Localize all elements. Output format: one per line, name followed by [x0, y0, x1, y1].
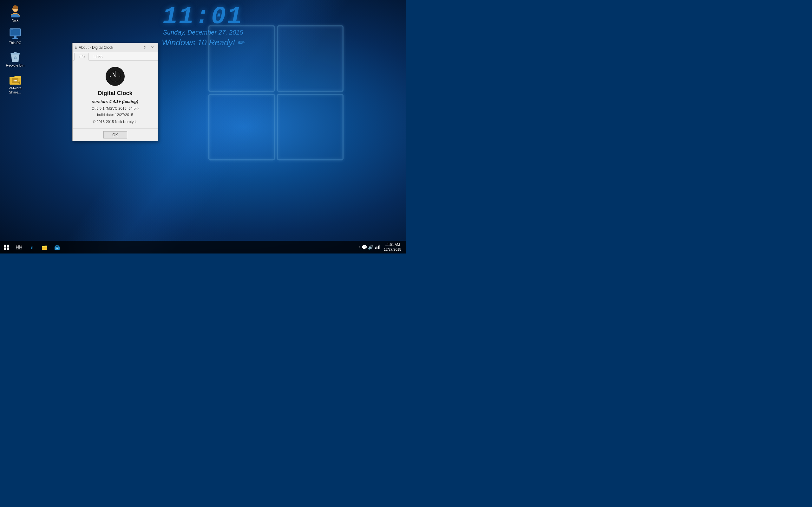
svg-rect-13	[13, 7, 18, 9]
svg-rect-21	[14, 52, 17, 54]
dialog-title-text: About - Digital Clock	[79, 45, 140, 50]
svg-text:e: e	[31, 245, 33, 250]
notification-icon[interactable]: 💬	[362, 245, 367, 250]
svg-rect-39	[7, 247, 9, 250]
svg-rect-7	[277, 95, 343, 160]
dialog-info-icon: ℹ	[75, 45, 77, 50]
recycle-bin-label: Recycle Bin	[6, 63, 24, 67]
build-date: build date: 12/27/2015	[97, 113, 133, 117]
desktop-icon-recycle-bin[interactable]: ♻ Recycle Bin	[3, 48, 27, 69]
svg-text:VM: VM	[13, 79, 17, 82]
svg-rect-42	[16, 247, 19, 249]
start-button[interactable]	[0, 241, 13, 253]
svg-text:🛍: 🛍	[56, 247, 58, 249]
dialog-footer: OK	[72, 128, 158, 141]
taskbar-right-area: ∧ 💬 🔊 11:01 AM 12/27/2015	[357, 242, 406, 252]
explorer-button[interactable]	[38, 241, 51, 253]
desktop-icon-nick[interactable]: Nick	[3, 3, 27, 24]
qt-info: Qt 5.5.1 (MSVC 2013, 64 bit)	[92, 107, 139, 110]
this-pc-icon	[9, 27, 21, 40]
dialog-content: Digital Clock version: 4.4.1+ (testing) …	[72, 60, 158, 128]
task-view-button[interactable]	[13, 241, 26, 253]
desktop: 11:01 Sunday, December 27, 2015 Windows …	[0, 0, 406, 253]
app-clock-icon	[106, 67, 125, 86]
svg-rect-49	[376, 246, 377, 249]
dialog-help-button[interactable]: ?	[142, 45, 148, 50]
svg-rect-41	[19, 245, 22, 247]
show-hidden-icons-button[interactable]: ∧	[357, 245, 362, 249]
desktop-icon-vmware[interactable]: VM VMware Share...	[3, 71, 27, 96]
svg-rect-43	[19, 247, 22, 249]
svg-rect-15	[10, 29, 20, 36]
tab-links[interactable]: Links	[90, 53, 107, 60]
ok-button[interactable]: OK	[103, 131, 127, 138]
vmware-icon: VM	[9, 72, 21, 85]
app-name: Digital Clock	[98, 90, 132, 97]
dialog-close-button[interactable]: ✕	[149, 45, 155, 50]
taskbar: e 🛍 ∧ 💬 🔊	[0, 241, 406, 253]
app-version: version: 4.4.1+ (testing)	[92, 99, 138, 104]
desktop-icons-area: Nick This PC	[3, 3, 27, 96]
svg-rect-5	[277, 26, 343, 92]
this-pc-label: This PC	[9, 41, 21, 45]
nick-icon	[9, 5, 21, 17]
copyright: © 2013-2015 Nick Korotysh	[93, 120, 138, 124]
svg-rect-17	[12, 38, 18, 39]
nick-label: Nick	[12, 18, 18, 22]
svg-rect-6	[209, 95, 275, 160]
dialog-titlebar: ℹ About - Digital Clock ? ✕	[72, 43, 158, 52]
tab-info[interactable]: Info	[74, 53, 89, 60]
taskbar-time: 11:01 AM	[385, 242, 400, 247]
edge-button[interactable]: e	[26, 241, 38, 253]
svg-rect-38	[4, 247, 6, 250]
dialog-tabs: Info Links	[72, 52, 158, 60]
about-dialog: ℹ About - Digital Clock ? ✕ Info Links	[72, 43, 158, 141]
volume-icon[interactable]: 🔊	[368, 245, 373, 250]
taskbar-clock[interactable]: 11:01 AM 12/27/2015	[380, 242, 404, 252]
svg-rect-50	[378, 245, 379, 249]
svg-rect-51	[379, 245, 380, 249]
store-button[interactable]: 🛍	[51, 241, 63, 253]
svg-rect-36	[4, 245, 6, 247]
network-icon[interactable]	[375, 245, 380, 250]
svg-rect-4	[209, 26, 275, 92]
svg-rect-37	[7, 245, 9, 247]
svg-rect-40	[16, 245, 19, 247]
svg-rect-16	[14, 36, 16, 38]
desktop-icon-this-pc[interactable]: This PC	[3, 26, 27, 47]
recycle-bin-icon: ♻	[9, 50, 21, 62]
vmware-label: VMware Share...	[5, 86, 26, 95]
svg-text:♻: ♻	[13, 56, 17, 60]
taskbar-date: 12/27/2015	[384, 247, 401, 252]
svg-rect-48	[375, 247, 376, 249]
windows-logo	[201, 18, 351, 167]
